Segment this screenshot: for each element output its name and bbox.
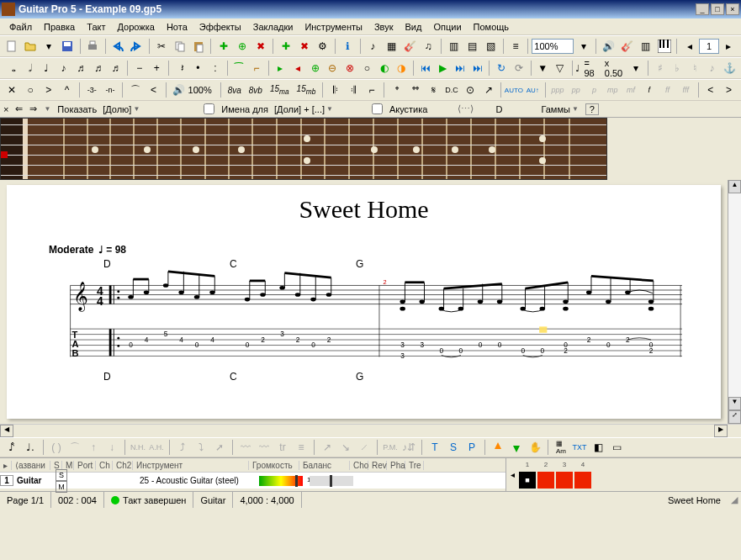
sixteenth-note-button[interactable]: ♬	[72, 59, 89, 77]
close-panel-button[interactable]: ×	[3, 104, 8, 114]
notes-button[interactable]: ♪	[364, 37, 382, 55]
goto-button[interactable]: ↗	[479, 81, 497, 99]
repeat-open-button[interactable]: 𝄆	[326, 81, 344, 99]
mixer-expand-button[interactable]: ▸	[0, 461, 12, 470]
heavy-accent-button[interactable]: ^	[58, 81, 76, 99]
tuner-button[interactable]: 🎸	[401, 37, 419, 55]
slide-in-button[interactable]: ↗	[319, 439, 336, 456]
triplet3-button[interactable]: -3-	[83, 81, 101, 99]
pm-button[interactable]: P.M.	[382, 439, 399, 456]
tool-keyboard-button[interactable]: ▥	[637, 37, 654, 55]
metronome-button[interactable]: ▼	[534, 59, 551, 77]
metronome-ico-button[interactable]: ♫	[420, 37, 437, 55]
scroll-left-button[interactable]: ◀	[0, 425, 13, 437]
eighth-note-button[interactable]: ♪	[56, 59, 72, 77]
ottava-label[interactable]: 8va	[228, 86, 241, 95]
volume-slider[interactable]: 13	[259, 476, 303, 486]
copy-beat-button[interactable]: ⊕	[307, 59, 324, 77]
mixer-track-row[interactable]: 1 Guitar SM 25 - Acoustic Guitar (steel)…	[0, 472, 505, 489]
dead-note-button[interactable]: ✕	[3, 81, 21, 99]
resize-grip[interactable]: ◢	[728, 494, 741, 505]
menu-sound[interactable]: Звук	[368, 20, 400, 34]
measure-2[interactable]	[537, 472, 554, 489]
voice2-button[interactable]: ◐	[376, 59, 393, 77]
prev-fret-button[interactable]: ⇐	[15, 103, 23, 114]
delete-beat-button[interactable]: ◂	[289, 59, 306, 77]
auto2-button[interactable]: AU↑	[524, 81, 542, 99]
ah-button[interactable]: A.H.	[148, 439, 165, 456]
let-ring2-button[interactable]: ⌒	[66, 439, 83, 456]
rest-button[interactable]: 𝄽	[172, 59, 189, 77]
page-number[interactable]	[699, 39, 719, 54]
tool-fretboard-button[interactable]: 🎸	[618, 37, 636, 55]
fine-button[interactable]: ⊙	[461, 81, 479, 99]
names-dropdown[interactable]: Имена для [Доли] + [...]▼	[221, 104, 333, 114]
countdown-button[interactable]: ▽	[552, 59, 569, 77]
popping-button[interactable]: P	[463, 439, 480, 456]
fretboard[interactable]: document.write(Array.from({length:22},(_…	[0, 118, 607, 180]
menu-view[interactable]: Вид	[400, 20, 428, 34]
redo-button[interactable]	[128, 37, 146, 55]
legato-slide-button[interactable]: ⟋	[356, 439, 373, 456]
vert-layout-button[interactable]: ▧	[482, 37, 500, 55]
marker-button[interactable]: ◧	[590, 439, 606, 456]
tempo-dropdown[interactable]: ▾	[627, 59, 644, 77]
menu-instruments[interactable]: Инструменты	[299, 20, 368, 34]
da-capo-button[interactable]: D.C	[443, 81, 461, 99]
auto-button[interactable]: AUTO	[505, 81, 523, 99]
mute-button[interactable]: M	[56, 481, 67, 493]
track-props-button[interactable]: ⚙	[314, 37, 331, 55]
measure-prev-button[interactable]: ◂	[506, 470, 518, 479]
tuplet-button[interactable]: ⌐	[248, 59, 265, 77]
half-note-button[interactable]: 𝅗𝅥	[21, 59, 38, 77]
del-bar-button[interactable]: ✖	[251, 37, 269, 55]
dynamic-ppp-button[interactable]: ppp	[549, 81, 567, 99]
scales-dropdown[interactable]: Гаммы▼	[541, 104, 578, 114]
measure-3[interactable]	[556, 472, 573, 489]
pitch-button[interactable]: ♪⇵	[400, 439, 417, 456]
undo-button[interactable]	[109, 37, 127, 55]
flat-button[interactable]: ♭	[670, 59, 686, 77]
tremolo-button[interactable]: ⤵	[193, 439, 209, 456]
volume-icon[interactable]: 🔊	[170, 81, 188, 99]
save-button[interactable]	[59, 37, 77, 55]
nh-button[interactable]: N.H.	[130, 439, 146, 456]
slapping-button[interactable]: S	[445, 439, 462, 456]
add-bar-button[interactable]: ✚	[214, 37, 232, 55]
upstroke-button[interactable]: ↑	[85, 439, 102, 456]
tool-piano-button[interactable]	[655, 37, 673, 55]
acoustic-check[interactable]	[372, 103, 383, 114]
measure-4[interactable]	[574, 472, 591, 489]
grace-note-button[interactable]: ♪̂	[3, 439, 20, 456]
trill-button[interactable]: tr	[274, 439, 291, 456]
stroke-up-button[interactable]	[490, 439, 506, 456]
let-ring-button[interactable]: ⌒	[126, 81, 144, 99]
scroll-up-button[interactable]: ▲	[728, 180, 741, 193]
mb15-label[interactable]: 15mb	[297, 84, 316, 96]
vibrato-button[interactable]: 〰	[237, 439, 254, 456]
play-loop-button[interactable]: ⏭	[452, 59, 468, 77]
menu-options[interactable]: Опции	[427, 20, 467, 34]
instrument-name[interactable]: 25 - Acoustic Guitar (steel)	[136, 476, 256, 485]
page-next-button[interactable]: ▸	[720, 37, 738, 55]
dotted-button[interactable]: •	[190, 59, 207, 77]
hammer-button[interactable]: ( )	[48, 439, 65, 456]
measure-1[interactable]: ■	[519, 472, 536, 489]
vertical-scrollbar[interactable]: ▲ ▼ ⤢	[728, 180, 741, 424]
menu-note[interactable]: Нота	[161, 20, 193, 34]
ma15-label[interactable]: 15ma	[270, 84, 289, 96]
names-check[interactable]	[204, 103, 214, 114]
wide-vibrato-button[interactable]: 〰	[256, 439, 273, 456]
scroll-down-button[interactable]: ▼	[728, 397, 741, 410]
tapping-button[interactable]: T	[426, 439, 443, 456]
quarter-note-button[interactable]: ♩	[38, 59, 55, 77]
bend-button[interactable]: ⤴	[174, 439, 191, 456]
zoom-combo[interactable]	[532, 39, 574, 54]
dynamic-mf-button[interactable]: mf	[622, 81, 640, 99]
downstroke-button[interactable]: ↓	[103, 439, 120, 456]
page-layout-button[interactable]: ▥	[445, 37, 463, 55]
new-button[interactable]	[3, 37, 21, 55]
whole-note-button[interactable]: 𝅝	[3, 59, 20, 77]
stroke-down-button[interactable]	[508, 439, 525, 456]
paste-button[interactable]	[189, 37, 207, 55]
